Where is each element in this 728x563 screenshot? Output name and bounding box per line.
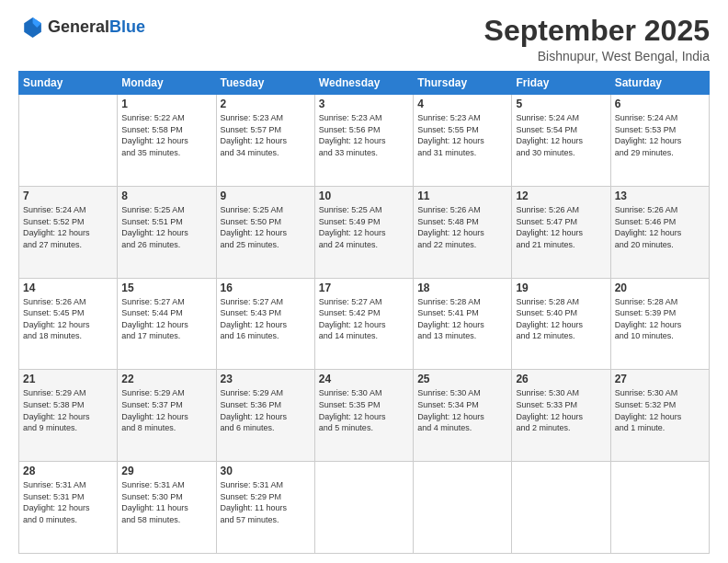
calendar-cell: 21Sunrise: 5:29 AMSunset: 5:38 PMDayligh…	[19, 370, 118, 462]
cell-line: Daylight: 12 hours	[417, 227, 507, 239]
cell-line: and 0 minutes.	[23, 514, 113, 526]
day-number: 10	[319, 190, 409, 202]
cell-line: Sunrise: 5:26 AM	[615, 204, 705, 216]
calendar-cell: 29Sunrise: 5:31 AMSunset: 5:30 PMDayligh…	[118, 462, 216, 554]
logo-blue: Blue	[109, 18, 145, 37]
cell-content: Sunrise: 5:25 AMSunset: 5:51 PMDaylight:…	[121, 204, 211, 250]
cell-line: Sunrise: 5:30 AM	[615, 387, 705, 399]
cell-line: Sunset: 5:44 PM	[121, 307, 211, 319]
calendar-cell: 7Sunrise: 5:24 AMSunset: 5:52 PMDaylight…	[19, 186, 118, 278]
cell-line: Daylight: 12 hours	[23, 502, 113, 514]
title-area: September 2025 Bishnupur, West Bengal, I…	[484, 15, 710, 63]
day-number: 1	[121, 98, 211, 110]
calendar-cell: 20Sunrise: 5:28 AMSunset: 5:39 PMDayligh…	[610, 278, 709, 370]
cell-line: Sunrise: 5:31 AM	[23, 479, 113, 491]
cell-content: Sunrise: 5:23 AMSunset: 5:55 PMDaylight:…	[417, 112, 507, 158]
header-sunday: Sunday	[19, 72, 118, 95]
calendar-cell: 8Sunrise: 5:25 AMSunset: 5:51 PMDaylight…	[118, 186, 216, 278]
calendar-cell: 3Sunrise: 5:23 AMSunset: 5:56 PMDaylight…	[314, 95, 413, 187]
cell-line: Sunrise: 5:31 AM	[221, 479, 311, 491]
day-number: 5	[516, 98, 606, 110]
cell-line: Sunrise: 5:29 AM	[221, 387, 311, 399]
calendar-cell	[314, 462, 413, 554]
calendar-cell: 15Sunrise: 5:27 AMSunset: 5:44 PMDayligh…	[118, 278, 216, 370]
cell-line: Daylight: 12 hours	[221, 135, 311, 147]
cell-line: Sunrise: 5:26 AM	[516, 204, 606, 216]
day-number: 16	[221, 282, 311, 294]
cell-line: Sunset: 5:34 PM	[417, 399, 507, 411]
cell-content: Sunrise: 5:30 AMSunset: 5:34 PMDaylight:…	[417, 387, 507, 433]
cell-content: Sunrise: 5:25 AMSunset: 5:50 PMDaylight:…	[221, 204, 311, 250]
header-thursday: Thursday	[414, 72, 512, 95]
cell-line: Sunset: 5:46 PM	[615, 216, 705, 228]
cell-content: Sunrise: 5:25 AMSunset: 5:49 PMDaylight:…	[319, 204, 409, 250]
cell-line: Sunrise: 5:25 AM	[121, 204, 211, 216]
cell-content: Sunrise: 5:26 AMSunset: 5:48 PMDaylight:…	[417, 204, 507, 250]
cell-line: Sunset: 5:37 PM	[121, 399, 211, 411]
day-number: 27	[615, 373, 705, 385]
cell-content: Sunrise: 5:31 AMSunset: 5:30 PMDaylight:…	[121, 479, 211, 525]
header-saturday: Saturday	[610, 72, 709, 95]
calendar-cell: 5Sunrise: 5:24 AMSunset: 5:54 PMDaylight…	[512, 95, 610, 187]
calendar-cell: 1Sunrise: 5:22 AMSunset: 5:58 PMDaylight…	[118, 95, 216, 187]
cell-line: Daylight: 12 hours	[417, 135, 507, 147]
day-number: 24	[319, 373, 409, 385]
cell-line: and 14 minutes.	[319, 330, 409, 342]
day-number: 23	[221, 373, 311, 385]
cell-line: Daylight: 12 hours	[615, 227, 705, 239]
cell-line: Sunrise: 5:28 AM	[417, 296, 507, 308]
cell-line: Sunrise: 5:31 AM	[121, 479, 211, 491]
day-number: 8	[121, 190, 211, 202]
day-number: 7	[23, 190, 113, 202]
day-number: 17	[319, 282, 409, 294]
calendar-week-2: 7Sunrise: 5:24 AMSunset: 5:52 PMDaylight…	[19, 186, 710, 278]
page: General Blue September 2025 Bishnupur, W…	[0, 0, 728, 563]
cell-line: Sunrise: 5:24 AM	[615, 112, 705, 124]
calendar-week-4: 21Sunrise: 5:29 AMSunset: 5:38 PMDayligh…	[19, 370, 710, 462]
header-wednesday: Wednesday	[314, 72, 413, 95]
calendar-cell	[414, 462, 512, 554]
cell-line: and 31 minutes.	[417, 147, 507, 159]
cell-line: Daylight: 12 hours	[121, 411, 211, 423]
day-number: 19	[516, 282, 606, 294]
day-number: 21	[23, 373, 113, 385]
cell-line: and 22 minutes.	[417, 239, 507, 251]
cell-line: Sunrise: 5:25 AM	[221, 204, 311, 216]
calendar-week-3: 14Sunrise: 5:26 AMSunset: 5:45 PMDayligh…	[19, 278, 710, 370]
cell-line: Sunset: 5:53 PM	[615, 124, 705, 136]
calendar-cell: 19Sunrise: 5:28 AMSunset: 5:40 PMDayligh…	[512, 278, 610, 370]
day-number: 9	[221, 190, 311, 202]
cell-line: and 16 minutes.	[221, 330, 311, 342]
cell-content: Sunrise: 5:27 AMSunset: 5:44 PMDaylight:…	[121, 296, 211, 342]
day-number: 3	[319, 98, 409, 110]
cell-line: Sunrise: 5:23 AM	[417, 112, 507, 124]
cell-line: and 4 minutes.	[417, 422, 507, 434]
cell-line: Daylight: 12 hours	[121, 227, 211, 239]
cell-line: Daylight: 12 hours	[23, 411, 113, 423]
cell-line: Daylight: 11 hours	[221, 502, 311, 514]
logo-icon	[18, 15, 44, 40]
cell-line: Daylight: 12 hours	[221, 319, 311, 331]
cell-line: Sunrise: 5:29 AM	[121, 387, 211, 399]
cell-content: Sunrise: 5:29 AMSunset: 5:38 PMDaylight:…	[23, 387, 113, 433]
cell-line: Sunset: 5:51 PM	[121, 216, 211, 228]
cell-line: and 2 minutes.	[516, 422, 606, 434]
cell-line: Daylight: 12 hours	[417, 411, 507, 423]
cell-line: Sunrise: 5:28 AM	[516, 296, 606, 308]
calendar-cell: 17Sunrise: 5:27 AMSunset: 5:42 PMDayligh…	[314, 278, 413, 370]
cell-line: Sunrise: 5:27 AM	[319, 296, 409, 308]
cell-line: Sunset: 5:35 PM	[319, 399, 409, 411]
cell-line: and 1 minute.	[615, 422, 705, 434]
calendar-cell: 23Sunrise: 5:29 AMSunset: 5:36 PMDayligh…	[216, 370, 314, 462]
cell-line: Sunset: 5:39 PM	[615, 307, 705, 319]
cell-line: Daylight: 12 hours	[23, 319, 113, 331]
location: Bishnupur, West Bengal, India	[484, 49, 710, 63]
cell-line: Daylight: 12 hours	[516, 319, 606, 331]
cell-line: Sunset: 5:52 PM	[23, 216, 113, 228]
cell-content: Sunrise: 5:30 AMSunset: 5:32 PMDaylight:…	[615, 387, 705, 433]
cell-line: and 17 minutes.	[121, 330, 211, 342]
cell-content: Sunrise: 5:28 AMSunset: 5:40 PMDaylight:…	[516, 296, 606, 342]
day-number: 14	[23, 282, 113, 294]
day-number: 20	[615, 282, 705, 294]
day-number: 11	[417, 190, 507, 202]
